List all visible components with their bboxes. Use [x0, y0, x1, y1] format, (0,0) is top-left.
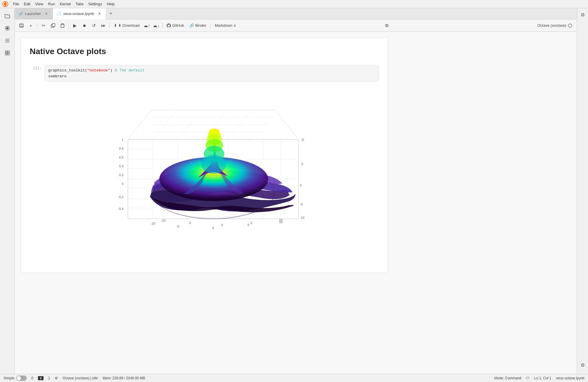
z-label-10: 10 — [301, 138, 304, 141]
notebook-inner: Native Octave plots [1]: graphics_toolki… — [21, 38, 388, 273]
y-label-06: 0.6 — [119, 156, 123, 159]
y-label-1: 1 — [122, 138, 123, 141]
sidebar-item-folder[interactable] — [2, 11, 13, 21]
menu-kernel[interactable]: Kernel — [57, 1, 73, 7]
kernel-count: 1 — [48, 376, 50, 380]
left-sidebar — [0, 8, 15, 374]
right-settings-bottom[interactable]: ⚙ — [579, 361, 587, 369]
cell-type-label: Markdown ∨ — [215, 23, 236, 28]
code-text-2: ) — [110, 68, 113, 73]
notebook: Native Octave plots [1]: graphics_toolki… — [15, 32, 577, 374]
simple-toggle[interactable]: Simple — [4, 376, 27, 381]
code-string-1: "notebook" — [87, 68, 110, 73]
simple-label: Simple — [4, 376, 14, 380]
tab-xeus-label: xeus-octave.ipynb — [63, 11, 94, 16]
restart-run-button[interactable]: ⏭ — [99, 21, 108, 30]
menu-run[interactable]: Run — [46, 1, 57, 7]
sidebar-item-running[interactable] — [2, 23, 13, 34]
svg-rect-12 — [20, 26, 23, 27]
toolbar-separator-4 — [162, 23, 163, 29]
toolbar-separator-5 — [210, 23, 211, 29]
svg-point-2 — [6, 27, 8, 29]
cell-line-2: sombrero — [48, 74, 375, 79]
content-area: 🔗 Launcher ✕ 📄 xeus-octave.ipynb ✕ + + — [15, 8, 577, 374]
menu-tabs[interactable]: Tabs — [73, 1, 86, 7]
y-label-02: 0.2 — [119, 173, 123, 177]
shield-icon: 🛡 — [526, 376, 529, 380]
x-label-n5: -5 — [176, 225, 179, 228]
menu-bar: File Edit View Run Kernel Tabs Settings … — [0, 0, 588, 8]
kernel-status-circle — [568, 24, 572, 28]
restart-button[interactable]: ↺ — [89, 21, 98, 30]
notebook-title: Native Octave plots — [30, 44, 379, 59]
github-button[interactable]: GitHub — [164, 22, 186, 29]
plot-area: 1 0.8 0.6 0.4 0.2 0 -0.2 -0.4 -10 -5 0 — [30, 86, 379, 245]
tab-xeus[interactable]: 📄 xeus-octave.ipynb ✕ — [53, 8, 106, 19]
z-label-n10: -10 — [300, 216, 304, 219]
cut-button[interactable]: ✂ — [39, 21, 48, 30]
svg-rect-7 — [8, 51, 9, 53]
run-button[interactable]: ▶ — [71, 21, 79, 30]
binder-icon: 🔗 — [189, 23, 194, 28]
z-label-0: 0 — [300, 184, 302, 187]
toggle-track[interactable] — [16, 376, 27, 381]
toolbar-settings-button[interactable]: ⚙ — [382, 21, 391, 30]
filename-label: xeus-octave.ipynb — [556, 376, 584, 380]
cell-type-select[interactable]: Markdown ∨ — [212, 22, 239, 29]
add-cell-button[interactable]: + — [26, 21, 35, 30]
kernel-select-button[interactable]: Octave (xoctave) — [535, 22, 574, 29]
main-layout: 🔗 Launcher ✕ 📄 xeus-octave.ipynb ✕ + + — [0, 8, 588, 374]
x-label-n10: -10 — [151, 222, 155, 225]
svg-point-59 — [201, 155, 226, 174]
tab-launcher-close[interactable]: ✕ — [44, 11, 49, 16]
svg-rect-16 — [62, 24, 63, 25]
cursor-label: Ln 1, Col 1 — [534, 376, 551, 380]
tab-launcher-label: Launcher — [25, 11, 41, 16]
download-icon: ⬇ — [114, 23, 117, 28]
code-text-1: graphics_toolkit( — [48, 68, 87, 73]
svg-rect-8 — [5, 53, 7, 55]
cloud-upload-button[interactable]: ☁↑ — [142, 21, 151, 30]
menu-help[interactable]: Help — [104, 1, 117, 7]
x2-label-0: 0 — [221, 223, 223, 227]
menu-view[interactable]: View — [33, 1, 46, 7]
svg-rect-6 — [5, 51, 7, 53]
github-label: GitHub — [172, 23, 184, 28]
sidebar-item-extensions[interactable] — [2, 48, 13, 58]
status-right: Mode: Command 🛡 Ln 1, Col 1 xeus-octave.… — [494, 376, 584, 380]
menu-edit[interactable]: Edit — [21, 1, 33, 7]
code-cell-1: [1]: graphics_toolkit("notebook") % The … — [30, 65, 379, 82]
y-label-04: 0.4 — [119, 164, 123, 168]
sombrero-plot: 1 0.8 0.6 0.4 0.2 0 -0.2 -0.4 -10 -5 0 — [104, 92, 304, 239]
cell-content-1[interactable]: graphics_toolkit("notebook") % The defau… — [44, 65, 379, 82]
menu-settings[interactable]: Settings — [86, 1, 104, 7]
right-settings-top[interactable]: ⚙ — [579, 11, 587, 19]
toolbar-separator-3 — [109, 23, 110, 29]
tab-add-button[interactable]: + — [106, 8, 116, 19]
kernel-status-label: Octave (xoctave) | Idle — [63, 376, 98, 380]
cloud-download-button[interactable]: ☁↓ — [152, 21, 161, 30]
binder-label: Binder — [195, 23, 206, 28]
cell-count-label: 0 — [31, 376, 34, 380]
copy-button[interactable] — [49, 21, 57, 30]
cell-line-1: graphics_toolkit("notebook") % The defau… — [48, 68, 375, 74]
paste-button[interactable] — [58, 21, 67, 30]
x2-label-5: 5 — [250, 221, 252, 225]
sidebar-item-toc[interactable] — [2, 35, 13, 46]
code-comment-1: % The default — [115, 68, 144, 73]
tab-launcher[interactable]: 🔗 Launcher ✕ — [15, 8, 53, 19]
y-label-n02: -0.2 — [118, 195, 123, 199]
code-text-3: sombrero — [48, 74, 66, 79]
svg-rect-14 — [52, 24, 55, 26]
stop-button[interactable]: ■ — [80, 21, 89, 30]
plot-container: 1 0.8 0.6 0.4 0.2 0 -0.2 -0.4 -10 -5 0 — [104, 92, 304, 239]
menu-file[interactable]: File — [11, 1, 21, 7]
save-button[interactable] — [17, 21, 26, 30]
toolbar: + ✂ ▶ ■ ↺ ⏭ ⬇ ⬇ Do — [15, 19, 577, 32]
download-label: ⬇ Download — [118, 23, 139, 28]
download-button[interactable]: ⬇ ⬇ Download — [111, 22, 142, 29]
kernel-indicator-icon: $ — [40, 376, 41, 380]
binder-button[interactable]: 🔗 Binder — [187, 22, 209, 29]
tab-xeus-close[interactable]: ✕ — [97, 11, 102, 16]
toolbar-separator-1 — [37, 23, 37, 29]
